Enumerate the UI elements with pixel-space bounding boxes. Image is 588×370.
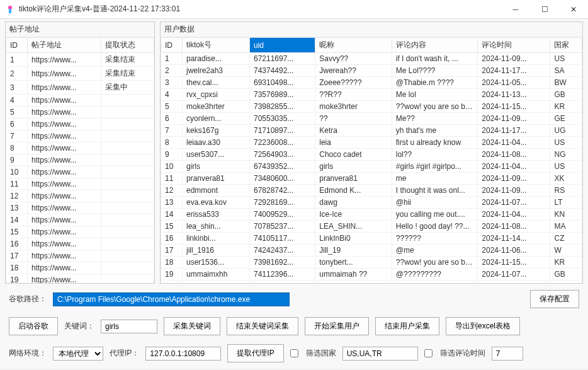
table-row[interactable]: 18https://www... xyxy=(6,262,154,274)
table-row[interactable]: 7https://www... xyxy=(6,130,154,142)
chrome-path-label: 谷歌路径： xyxy=(9,294,47,304)
table-row[interactable]: 20lolaferris274312714...lola?????I thoug… xyxy=(161,280,582,284)
table-row[interactable]: 16linkinbi...74105117...LinkInBi0??????2… xyxy=(161,233,582,245)
table-row[interactable]: 13https://www... xyxy=(6,202,154,214)
user-data-panel: 用户数据 IDtiktok号uid昵称评论内容评论时间国家1paradise..… xyxy=(160,21,583,284)
table-row[interactable]: 1https://www...采集结束 xyxy=(6,53,154,67)
export-excel-button[interactable]: 导出到excel表格 xyxy=(446,317,520,335)
window-title: tiktok评论用户采集v4-普通-2024-11-22 17:33:01 xyxy=(19,4,501,14)
col-header[interactable]: ID xyxy=(6,38,28,53)
table-row[interactable]: 11https://www... xyxy=(6,178,154,190)
net-env-select[interactable]: 本地代理 xyxy=(53,347,103,361)
filter-time-label: 筛选评论时间 xyxy=(440,348,485,359)
table-row[interactable]: 2https://www...采集结束 xyxy=(6,67,154,81)
table-row[interactable]: 6cyonlern...70553035...??Me??2024-11-09.… xyxy=(161,113,582,125)
table-row[interactable]: 4https://www... xyxy=(6,95,154,107)
table-row[interactable]: 14erissa53374009529...Ice-Iceyou calling… xyxy=(161,209,582,221)
table-row[interactable]: 14https://www... xyxy=(6,214,154,226)
save-config-button[interactable]: 保存配置 xyxy=(530,290,579,308)
table-row[interactable]: 10https://www... xyxy=(6,166,154,178)
table-row[interactable]: 19https://www... xyxy=(6,274,154,284)
table-row[interactable]: 10girls67439352...girls#girls #girl #gir… xyxy=(161,161,582,173)
filter-time-input[interactable] xyxy=(492,347,523,361)
col-header[interactable]: 评论时间 xyxy=(478,38,550,53)
get-proxy-ip-button[interactable]: 提取代理IP xyxy=(227,344,283,362)
net-env-label: 网络环境： xyxy=(9,348,47,359)
table-row[interactable]: 12edmmont67828742...Edmond K...I thought… xyxy=(161,185,582,197)
col-header[interactable]: 评论内容 xyxy=(392,38,478,53)
minimize-button[interactable]: ─ xyxy=(501,0,530,19)
filter-country-label: 筛选国家 xyxy=(306,348,336,359)
table-row[interactable]: 3https://www...采集中 xyxy=(6,81,154,95)
collect-keyword-button[interactable]: 采集关键词 xyxy=(164,317,220,335)
table-row[interactable]: 17jill_191674242437...Jill_19@me2024-11-… xyxy=(161,245,582,257)
table-row[interactable]: 5moke3hrter73982855...moke3hrter??wow! y… xyxy=(161,101,582,113)
table-row[interactable]: 4rvx_cpxsi73576989...??R??Me lol2024-11-… xyxy=(161,89,582,101)
table-row[interactable]: 6https://www... xyxy=(6,119,154,130)
proxy-ip-label: 代理IP： xyxy=(110,348,139,359)
svg-rect-1 xyxy=(9,9,11,13)
keyword-label: 关键词： xyxy=(64,321,94,332)
app-icon xyxy=(5,4,15,14)
panel-title-left: 帖子地址 xyxy=(6,22,154,37)
table-row[interactable]: 13eva.eva.kov72928169...dawg@hii2024-11-… xyxy=(161,197,582,209)
filter-country-checkbox[interactable] xyxy=(290,349,298,357)
table-row[interactable]: 7keks167g71710897...Ketrayh that's me202… xyxy=(161,125,582,137)
table-row[interactable]: 8https://www... xyxy=(6,142,154,154)
table-row[interactable]: 8leiaav.a3072236008...leiafirst u alread… xyxy=(161,137,582,149)
table-row[interactable]: 15https://www... xyxy=(6,226,154,238)
maximize-button[interactable]: ☐ xyxy=(530,0,559,19)
col-header[interactable]: 昵称 xyxy=(315,38,392,53)
table-row[interactable]: 9https://www... xyxy=(6,154,154,166)
table-row[interactable]: 16https://www... xyxy=(6,238,154,250)
end-keyword-button[interactable]: 结束关键词采集 xyxy=(227,317,298,335)
table-row[interactable]: 5https://www... xyxy=(6,107,154,119)
col-header[interactable]: uid xyxy=(249,38,315,53)
filter-time-checkbox[interactable] xyxy=(424,349,433,357)
bottom-controls: 谷歌路径： 保存配置 启动谷歌 关键词： 采集关键词 结束关键词采集 开始采集用… xyxy=(0,284,588,369)
chrome-path-input[interactable] xyxy=(53,292,290,306)
col-header[interactable]: tiktok号 xyxy=(183,38,250,53)
table-row[interactable]: 15lea_shin...70785237...LEA_SHIN...Hello… xyxy=(161,221,582,233)
keyword-input[interactable] xyxy=(101,320,157,333)
filter-country-input[interactable] xyxy=(342,347,418,361)
table-row[interactable]: 3thev.cal...69310498...Zoeee?????@Thabie… xyxy=(161,77,582,89)
user-data-grid[interactable]: IDtiktok号uid昵称评论内容评论时间国家1paradise...6721… xyxy=(161,37,582,283)
table-row[interactable]: 12https://www... xyxy=(6,190,154,202)
post-url-panel: 帖子地址 ID帖子地址提取状态1https://www...采集结束2https… xyxy=(5,21,155,284)
table-row[interactable]: 17https://www... xyxy=(6,250,154,262)
end-user-button[interactable]: 结束用户采集 xyxy=(375,317,439,335)
table-row[interactable]: 19ummaimxhh74112396...ummaimah ??@??????… xyxy=(161,269,582,280)
titlebar: tiktok评论用户采集v4-普通-2024-11-22 17:33:01 ─ … xyxy=(0,0,588,19)
panel-title-right: 用户数据 xyxy=(161,22,582,37)
col-header[interactable]: 帖子地址 xyxy=(28,38,101,53)
close-button[interactable]: ✕ xyxy=(559,0,588,19)
table-row[interactable]: 1paradise...67211697...Savvy??if I don't… xyxy=(161,53,582,65)
col-header[interactable]: 提取状态 xyxy=(101,38,154,53)
proxy-ip-input[interactable] xyxy=(145,347,221,361)
start-user-button[interactable]: 开始采集用户 xyxy=(305,317,369,335)
table-row[interactable]: 9user5307...72564903...Choco cadetlol??2… xyxy=(161,149,582,161)
post-url-grid[interactable]: ID帖子地址提取状态1https://www...采集结束2https://ww… xyxy=(6,37,154,283)
col-header[interactable]: ID xyxy=(161,38,183,53)
start-chrome-button[interactable]: 启动谷歌 xyxy=(9,317,58,335)
table-row[interactable]: 2jwelre2ah374374492...Jwereah??Me Lol???… xyxy=(161,65,582,77)
table-row[interactable]: 18user1536...73981692...tonybert...??wow… xyxy=(161,257,582,269)
table-row[interactable]: 11pranvera8173480600...pranvera81me2024-… xyxy=(161,173,582,185)
col-header[interactable]: 国家 xyxy=(550,38,582,53)
